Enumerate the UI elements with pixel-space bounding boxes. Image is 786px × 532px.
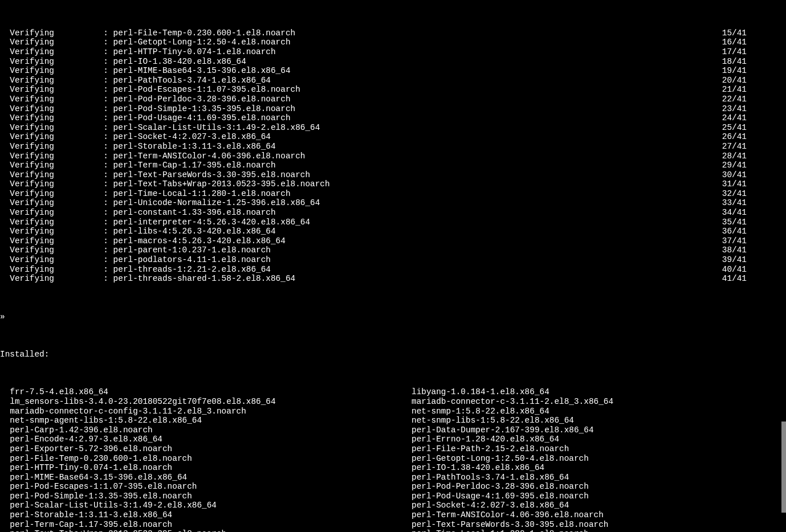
installed-package: mariadb-connector-c-config-3.1.11-2.el8_… — [0, 407, 412, 416]
verify-row: Verifying : perl-MIME-Base64-3.15-396.el… — [0, 66, 747, 76]
installed-package: perl-Socket-4:2.027-3.el8.x86_64 — [412, 501, 613, 510]
installed-package: perl-HTTP-Tiny-0.074-1.el8.noarch — [0, 463, 412, 473]
verify-package: Verifying : perl-Term-ANSIColor-4.06-396… — [0, 152, 305, 161]
installed-column-right: libyang-1.0.184-1.el8.x86_64mariadb-conn… — [412, 387, 613, 532]
installed-package: perl-MIME-Base64-3.15-396.el8.x86_64 — [0, 473, 412, 482]
installed-package: perl-Errno-1.28-420.el8.x86_64 — [412, 435, 613, 444]
installed-package: perl-Data-Dumper-2.167-399.el8.x86_64 — [412, 425, 613, 435]
verify-package: Verifying : perl-macros-4:5.26.3-420.el8… — [0, 236, 286, 246]
verify-package: Verifying : perl-Scalar-List-Utils-3:1.4… — [0, 123, 320, 133]
installed-package: perl-Text-Tabs+Wrap-2013.0523-395.el8.no… — [0, 529, 412, 532]
scrollbar-thumb[interactable] — [781, 421, 786, 513]
verify-package: Verifying : perl-Unicode-Normalize-1.25-… — [0, 198, 320, 208]
verify-package: Verifying : perl-constant-1.33-396.el8.n… — [0, 208, 276, 218]
verify-package: Verifying : perl-PathTools-3.74-1.el8.x8… — [0, 76, 271, 85]
verify-row: Verifying : perl-File-Temp-0.230.600-1.e… — [0, 28, 747, 38]
verify-row: Verifying : perl-HTTP-Tiny-0.074-1.el8.n… — [0, 47, 747, 57]
installed-header: Installed: — [0, 350, 786, 359]
verify-package: Verifying : perl-libs-4:5.26.3-420.el8.x… — [0, 227, 276, 236]
verify-package: Verifying : perl-Time-Local-1:1.280-1.el… — [0, 189, 291, 199]
verify-package: Verifying : perl-Storable-1:3.11-3.el8.x… — [0, 142, 276, 152]
verify-progress: 26/41 — [722, 132, 747, 142]
installed-package: mariadb-connector-c-3.1.11-2.el8_3.x86_6… — [412, 397, 613, 407]
installed-package: perl-File-Path-2.15-2.el8.noarch — [412, 444, 613, 454]
installed-packages: frr-7.5-4.el8.x86_64 lm_sensors-libs-3.4… — [0, 387, 786, 532]
verify-package: Verifying : perl-Text-ParseWords-3.30-39… — [0, 170, 310, 180]
verify-progress: 41/41 — [722, 274, 747, 284]
verify-row: Verifying : perl-threads-1:2.21-2.el8.x8… — [0, 265, 747, 275]
installed-package: perl-Pod-Usage-4:1.69-395.el8.noarch — [412, 492, 613, 501]
installed-package: perl-Storable-1:3.11-3.el8.x86_64 — [0, 510, 412, 520]
verify-progress: 39/41 — [722, 255, 747, 265]
verify-progress: 32/41 — [722, 189, 747, 199]
verify-progress: 33/41 — [722, 198, 747, 208]
installed-package: net-snmp-libs-1:5.8-22.el8.x86_64 — [412, 416, 613, 425]
verify-row: Verifying : perl-Term-ANSIColor-4.06-396… — [0, 152, 747, 161]
installed-column-left: frr-7.5-4.el8.x86_64 lm_sensors-libs-3.4… — [0, 387, 412, 532]
installed-package: perl-Encode-4:2.97-3.el8.x86_64 — [0, 435, 412, 444]
verify-row: Verifying : perl-libs-4:5.26.3-420.el8.x… — [0, 227, 747, 236]
verify-package: Verifying : perl-interpreter-4:5.26.3-42… — [0, 218, 310, 227]
installed-package: perl-Pod-Escapes-1:1.07-395.el8.noarch — [0, 482, 412, 492]
verify-package: Verifying : perl-Pod-Escapes-1:1.07-395.… — [0, 85, 300, 95]
verify-package: Verifying : perl-MIME-Base64-3.15-396.el… — [0, 66, 291, 76]
installed-package: libyang-1.0.184-1.el8.x86_64 — [412, 387, 613, 397]
installed-package: perl-Scalar-List-Utils-3:1.49-2.el8.x86_… — [0, 501, 412, 510]
verify-row: Verifying : perl-PathTools-3.74-1.el8.x8… — [0, 76, 747, 85]
verify-row: Verifying : perl-parent-1:0.237-1.el8.no… — [0, 245, 747, 255]
installed-package: perl-Text-ParseWords-3.30-395.el8.noarch — [412, 520, 613, 530]
verify-progress: 34/41 — [722, 208, 747, 218]
installed-package: perl-Term-Cap-1.17-395.el8.noarch — [0, 520, 412, 530]
verify-row: Verifying : perl-Scalar-List-Utils-3:1.4… — [0, 123, 747, 133]
verify-package: Verifying : perl-Term-Cap-1.17-395.el8.n… — [0, 161, 276, 170]
verify-package: Verifying : perl-Socket-4:2.027-3.el8.x8… — [0, 132, 271, 142]
verify-progress: 22/41 — [722, 95, 747, 104]
progress-chevrons: » — [0, 312, 786, 322]
verify-row: Verifying : perl-Socket-4:2.027-3.el8.x8… — [0, 132, 747, 142]
verify-package: Verifying : perl-podlators-4.11-1.el8.no… — [0, 255, 271, 265]
verify-row: Verifying : perl-constant-1.33-396.el8.n… — [0, 208, 747, 218]
verify-row: Verifying : perl-Storable-1:3.11-3.el8.x… — [0, 142, 747, 152]
verify-row: Verifying : perl-Term-Cap-1.17-395.el8.n… — [0, 161, 747, 170]
installed-package: perl-Pod-Simple-1:3.35-395.el8.noarch — [0, 492, 412, 501]
verify-progress: 35/41 — [722, 218, 747, 227]
verify-progress: 19/41 — [722, 66, 747, 76]
verify-progress: 29/41 — [722, 161, 747, 170]
verify-package: Verifying : perl-Pod-Usage-4:1.69-395.el… — [0, 113, 291, 123]
verify-package: Verifying : perl-threads-shared-1.58-2.e… — [0, 274, 295, 284]
verify-progress: 24/41 — [722, 113, 747, 123]
verify-progress: 17/41 — [722, 47, 747, 57]
verify-package: Verifying : perl-HTTP-Tiny-0.074-1.el8.n… — [0, 47, 276, 57]
verify-row: Verifying : perl-Text-Tabs+Wrap-2013.052… — [0, 179, 747, 189]
verify-progress: 23/41 — [722, 104, 747, 114]
verify-progress: 27/41 — [722, 142, 747, 152]
installed-package: perl-Time-Local-1:1.280-1.el8.noarch — [412, 529, 613, 532]
verify-progress: 21/41 — [722, 85, 747, 95]
installed-package: perl-IO-1.38-420.el8.x86_64 — [412, 463, 613, 473]
verify-row: Verifying : perl-Pod-Perldoc-3.28-396.el… — [0, 95, 747, 104]
verify-progress: 16/41 — [722, 38, 747, 47]
verify-progress: 40/41 — [722, 265, 747, 275]
verify-row: Verifying : perl-Unicode-Normalize-1.25-… — [0, 198, 747, 208]
installed-package: net-snmp-agent-libs-1:5.8-22.el8.x86_64 — [0, 416, 412, 425]
verify-package: Verifying : perl-threads-1:2.21-2.el8.x8… — [0, 265, 271, 275]
installed-package: perl-Getopt-Long-1:2.50-4.el8.noarch — [412, 454, 613, 464]
installed-package: perl-File-Temp-0.230.600-1.el8.noarch — [0, 454, 412, 464]
verify-package: Verifying : perl-Pod-Simple-1:3.35-395.e… — [0, 104, 295, 114]
verify-row: Verifying : perl-Time-Local-1:1.280-1.el… — [0, 189, 747, 199]
verify-progress: 38/41 — [722, 245, 747, 255]
verify-row: Verifying : perl-interpreter-4:5.26.3-42… — [0, 218, 747, 227]
installed-package: perl-Carp-1.42-396.el8.noarch — [0, 425, 412, 435]
verifying-section: Verifying : perl-File-Temp-0.230.600-1.e… — [0, 28, 786, 284]
verify-package: Verifying : perl-IO-1.38-420.el8.x86_64 — [0, 57, 246, 67]
verify-progress: 18/41 — [722, 57, 747, 67]
verify-progress: 15/41 — [722, 28, 747, 38]
verify-row: Verifying : perl-Pod-Usage-4:1.69-395.el… — [0, 113, 747, 123]
verify-row: Verifying : perl-Pod-Escapes-1:1.07-395.… — [0, 85, 747, 95]
terminal-output[interactable]: Verifying : perl-File-Temp-0.230.600-1.e… — [0, 0, 786, 532]
verify-package: Verifying : perl-File-Temp-0.230.600-1.e… — [0, 28, 295, 38]
verify-package: Verifying : perl-Getopt-Long-1:2.50-4.el… — [0, 38, 291, 47]
installed-package: perl-Pod-Perldoc-3.28-396.el8.noarch — [412, 482, 613, 492]
verify-progress: 31/41 — [722, 179, 747, 189]
installed-package: perl-Term-ANSIColor-4.06-396.el8.noarch — [412, 510, 613, 520]
